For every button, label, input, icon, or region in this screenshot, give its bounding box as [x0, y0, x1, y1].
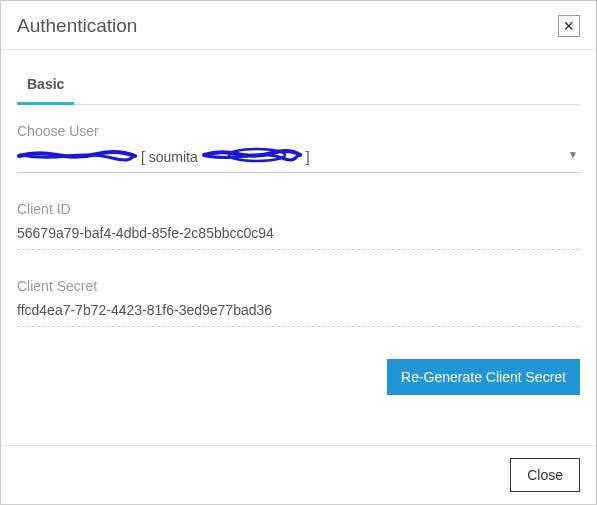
modal-body: Basic Choose User [ soumita [1, 50, 596, 423]
modal-footer: Close [1, 445, 596, 504]
redacted-name-1 [17, 147, 137, 166]
client-secret-field: Client Secret ffcd4ea7-7b72-4423-81f6-3e… [17, 278, 580, 327]
close-icon-button[interactable]: ✕ [558, 15, 580, 37]
regenerate-client-secret-button[interactable]: Re-Generate Client Secret [387, 359, 580, 395]
choose-user-select[interactable]: [ soumita ] ▼ [17, 147, 580, 173]
choose-user-value: [ soumita ] [17, 147, 580, 166]
choose-user-closing-bracket: ] [306, 149, 310, 165]
tabs: Basic [17, 68, 580, 105]
redacted-name-2 [202, 147, 302, 166]
actions-row: Re-Generate Client Secret [17, 355, 580, 413]
client-id-value: 56679a79-baf4-4dbd-85fe-2c85bbcc0c94 [17, 225, 580, 250]
client-secret-label: Client Secret [17, 278, 580, 294]
client-id-field: Client ID 56679a79-baf4-4dbd-85fe-2c85bb… [17, 201, 580, 250]
modal-title: Authentication [17, 15, 137, 37]
close-button[interactable]: Close [510, 458, 580, 492]
client-id-label: Client ID [17, 201, 580, 217]
client-secret-value: ffcd4ea7-7b72-4423-81f6-3ed9e77bad36 [17, 302, 580, 327]
tab-basic[interactable]: Basic [17, 68, 74, 105]
modal-header: Authentication ✕ [1, 1, 596, 50]
choose-user-visible-text: [ soumita [141, 149, 198, 165]
choose-user-label: Choose User [17, 123, 580, 139]
chevron-down-icon: ▼ [568, 149, 578, 160]
choose-user-field: Choose User [ soumita ] [17, 123, 580, 173]
close-icon: ✕ [563, 19, 575, 33]
